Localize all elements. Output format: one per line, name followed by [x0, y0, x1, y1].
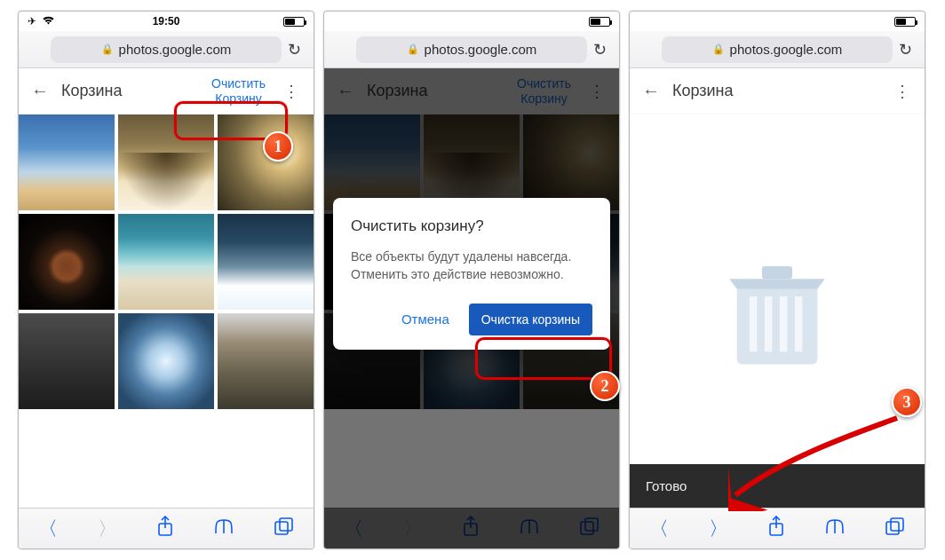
- safari-address-bar[interactable]: 🔒 photos.google.com ↻: [19, 31, 314, 68]
- clock: 19:50: [153, 15, 180, 28]
- more-menu-icon[interactable]: ⋮: [887, 76, 917, 106]
- page-title: Корзина: [672, 82, 734, 100]
- svg-rect-11: [780, 296, 788, 351]
- url-host: photos.google.com: [119, 42, 232, 57]
- url-field[interactable]: 🔒 photos.google.com: [51, 36, 282, 63]
- lock-icon: 🔒: [407, 43, 419, 55]
- empty-trash-illustration: [630, 114, 925, 508]
- share-icon[interactable]: [767, 516, 785, 542]
- photo-thumb[interactable]: [218, 313, 314, 409]
- url-field[interactable]: 🔒 photos.google.com: [356, 36, 587, 63]
- svg-marker-7: [729, 279, 825, 288]
- page-header: ← Корзина ⋮: [630, 68, 925, 114]
- tabs-icon[interactable]: [885, 517, 905, 540]
- airplane-mode-icon: ✈: [28, 15, 36, 28]
- photo-thumb[interactable]: [118, 313, 214, 409]
- safari-toolbar: 〈 〉: [19, 508, 314, 548]
- svg-rect-15: [891, 518, 903, 531]
- screenshot-step-2: 🔒 photos.google.com ↻ ← Корзина Очистить…: [323, 11, 620, 549]
- more-menu-icon[interactable]: ⋮: [276, 76, 306, 106]
- safari-toolbar: 〈 〉: [630, 508, 925, 548]
- page-title: Корзина: [61, 82, 123, 100]
- empty-trash-line1: Очистить: [211, 76, 266, 91]
- screenshot-step-3: 🔒 photos.google.com ↻ ← Корзина ⋮ Готово…: [629, 11, 925, 549]
- nav-forward-icon: 〉: [98, 516, 117, 542]
- screenshot-step-1: ✈ 19:50 🔒 photos.google.com ↻ ← Корзина …: [18, 11, 314, 549]
- svg-rect-10: [765, 296, 773, 351]
- nav-forward-icon[interactable]: 〉: [709, 516, 728, 542]
- confirm-dialog: Очистить корзину? Все объекты будут удал…: [333, 198, 610, 350]
- tabs-icon[interactable]: [274, 517, 294, 540]
- svg-rect-12: [795, 296, 803, 351]
- photo-thumb[interactable]: [118, 214, 214, 310]
- status-bar: [630, 12, 925, 31]
- dialog-body: Все объекты будут удалены навсегда. Отме…: [351, 248, 592, 284]
- svg-rect-8: [762, 266, 792, 279]
- empty-trash-line2: Корзину: [211, 91, 266, 106]
- wifi-icon: [42, 15, 55, 28]
- status-bar: [324, 12, 619, 31]
- photo-thumb[interactable]: [19, 114, 115, 210]
- cancel-button[interactable]: Отмена: [396, 304, 455, 334]
- url-host: photos.google.com: [425, 42, 537, 57]
- annotation-badge-3: 3: [892, 387, 922, 417]
- bookmarks-icon[interactable]: [213, 517, 234, 540]
- back-arrow-icon[interactable]: ←: [637, 75, 665, 106]
- battery-icon: [894, 17, 916, 27]
- photo-thumb[interactable]: [218, 114, 314, 210]
- photo-thumb[interactable]: [118, 114, 214, 210]
- annotation-badge-2: 2: [590, 371, 620, 401]
- share-icon[interactable]: [156, 516, 174, 542]
- lock-icon: 🔒: [101, 43, 114, 55]
- battery-icon: [589, 17, 610, 27]
- empty-trash-button[interactable]: Очистить Корзину: [204, 73, 273, 108]
- svg-rect-1: [275, 522, 288, 534]
- url-field[interactable]: 🔒 photos.google.com: [662, 36, 893, 63]
- photo-thumb[interactable]: [19, 214, 115, 310]
- safari-address-bar[interactable]: 🔒 photos.google.com ↻: [324, 31, 619, 68]
- dialog-title: Очистить корзину?: [351, 217, 592, 235]
- battery-icon: [283, 17, 305, 27]
- bookmarks-icon[interactable]: [824, 517, 846, 540]
- photo-thumb[interactable]: [19, 313, 115, 409]
- reload-icon[interactable]: ↻: [899, 40, 912, 59]
- annotation-badge-1: 1: [263, 131, 293, 162]
- svg-rect-9: [750, 296, 758, 351]
- photo-thumb[interactable]: [218, 214, 314, 310]
- lock-icon: 🔒: [712, 43, 725, 55]
- reload-icon[interactable]: ↻: [288, 40, 301, 59]
- svg-rect-6: [737, 283, 818, 364]
- done-toast: Готово: [630, 464, 925, 508]
- svg-rect-14: [886, 522, 899, 534]
- url-host: photos.google.com: [730, 42, 843, 57]
- page-header: ← Корзина Очистить Корзину ⋮: [19, 68, 314, 114]
- safari-address-bar[interactable]: 🔒 photos.google.com ↻: [630, 31, 925, 68]
- back-arrow-icon[interactable]: ←: [26, 75, 54, 106]
- svg-rect-2: [280, 518, 292, 531]
- nav-back-icon[interactable]: 〈: [649, 516, 669, 542]
- trash-icon: [702, 236, 853, 387]
- status-bar: ✈ 19:50: [19, 12, 314, 31]
- toast-text: Готово: [646, 478, 687, 493]
- nav-back-icon[interactable]: 〈: [38, 516, 58, 542]
- reload-icon[interactable]: ↻: [593, 40, 607, 59]
- confirm-empty-button[interactable]: Очистка корзины: [469, 304, 592, 335]
